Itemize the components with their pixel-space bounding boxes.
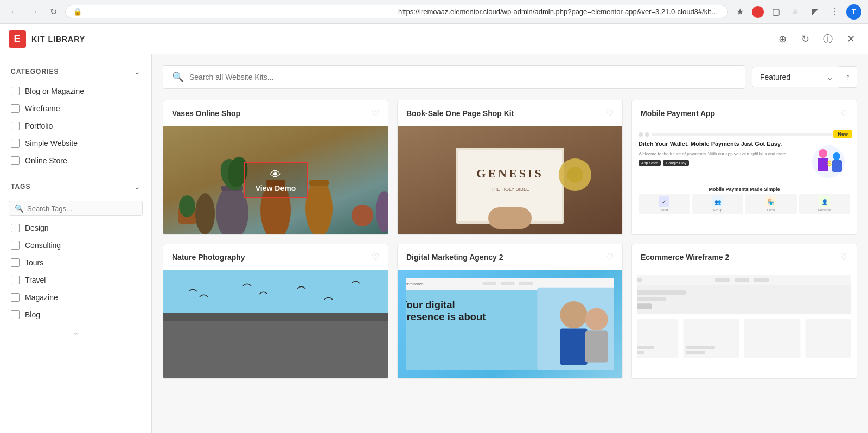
label-online-store: Online Store bbox=[25, 156, 67, 165]
menu-button[interactable]: ⋮ bbox=[827, 4, 842, 20]
checkbox-portfolio[interactable] bbox=[11, 122, 20, 130]
checkbox-tours[interactable] bbox=[11, 258, 20, 267]
kit-card-image-vases: 👁 View Demo bbox=[163, 126, 388, 234]
kit-card-header-payment: Mobile Payment App ♡ bbox=[632, 100, 857, 126]
payment-section-label: Mobile Payments Made Simple bbox=[639, 187, 850, 192]
checkbox-wireframe[interactable] bbox=[11, 104, 20, 113]
tags-search-box[interactable]: 🔍 bbox=[9, 201, 143, 216]
favorite-icon-nature[interactable]: ♡ bbox=[372, 252, 379, 262]
search-input[interactable] bbox=[189, 73, 736, 81]
tags-search-input[interactable] bbox=[27, 205, 137, 213]
record-button[interactable] bbox=[752, 6, 764, 18]
search-container: 🔍 bbox=[163, 65, 745, 89]
view-demo-overlay[interactable]: 👁 View Demo bbox=[163, 126, 388, 234]
svg-rect-48 bbox=[735, 278, 749, 282]
eye-icon: 👁 bbox=[270, 168, 282, 182]
kit-card-title-vases: Vases Online Shop bbox=[172, 109, 240, 118]
ecommerce-bg bbox=[632, 270, 857, 378]
extensions-button[interactable]: ◽ bbox=[788, 4, 803, 20]
payment-headline: Ditch Your Wallet. Mobile Payments Just … bbox=[639, 140, 802, 148]
favorite-icon-digital[interactable]: ♡ bbox=[606, 252, 614, 262]
sidebar-item-online-store[interactable]: Online Store bbox=[0, 152, 151, 169]
favorite-icon-vases[interactable]: ♡ bbox=[372, 108, 379, 118]
sidebar-item-design[interactable]: Design bbox=[0, 219, 151, 237]
sort-select[interactable]: Featured Popular Newest Oldest bbox=[752, 67, 839, 87]
payment-illustration: $ bbox=[807, 140, 850, 183]
sidebar-item-portfolio[interactable]: Portfolio bbox=[0, 117, 151, 135]
checkbox-online-store[interactable] bbox=[11, 156, 20, 165]
svg-rect-47 bbox=[715, 278, 730, 282]
svg-point-23 bbox=[819, 149, 827, 158]
categories-section-header[interactable]: CATEGORIES ⌄ bbox=[0, 63, 151, 82]
svg-rect-61 bbox=[686, 351, 705, 354]
sidebar-item-consulting[interactable]: Consulting bbox=[0, 237, 151, 254]
label-magazine: Magazine bbox=[25, 293, 58, 302]
checkbox-consulting[interactable] bbox=[11, 241, 20, 250]
svg-rect-21 bbox=[488, 207, 532, 229]
sidebar-item-blog[interactable]: Blog bbox=[0, 306, 151, 323]
kit-card-nature[interactable]: Nature Photography ♡ bbox=[163, 244, 388, 379]
sidebar-item-blog-magazine[interactable]: Blog or Magazine bbox=[0, 82, 151, 100]
label-travel: Travel bbox=[25, 276, 46, 284]
payment-bg: New Ditch Your Wallet. Mobile Payments J… bbox=[632, 126, 857, 234]
kit-card-payment[interactable]: Mobile Payment App ♡ New bbox=[631, 100, 857, 235]
kit-card-image-payment: New Ditch Your Wallet. Mobile Payments J… bbox=[632, 126, 857, 234]
sidebar-item-travel[interactable]: Travel bbox=[0, 271, 151, 289]
favorite-icon-payment[interactable]: ♡ bbox=[840, 108, 848, 118]
sidebar-item-magazine[interactable]: Magazine bbox=[0, 289, 151, 306]
checkbox-blog-magazine[interactable] bbox=[11, 87, 20, 95]
svg-text:THE HOLY BIBLE: THE HOLY BIBLE bbox=[490, 187, 529, 192]
kit-card-header-digital: Digital Marketing Agency 2 ♡ bbox=[398, 244, 622, 270]
checkbox-simple-website[interactable] bbox=[11, 139, 20, 148]
screenshot-button[interactable]: ▢ bbox=[768, 4, 783, 20]
account-icon-button[interactable]: ⊕ bbox=[774, 30, 791, 48]
checkbox-travel[interactable] bbox=[11, 276, 20, 284]
label-portfolio: Portfolio bbox=[25, 122, 53, 130]
profile-button[interactable]: T bbox=[846, 4, 861, 20]
svg-rect-50 bbox=[637, 285, 851, 314]
url-bar[interactable]: 🔒 https://lremoaaz.elementor.cloud/wp-ad… bbox=[65, 5, 728, 18]
back-button[interactable]: ← bbox=[7, 4, 22, 20]
tags-section-header[interactable]: TAGS ⌄ bbox=[0, 178, 151, 198]
info-icon-button[interactable]: ⓘ bbox=[819, 30, 837, 48]
view-demo-box[interactable]: 👁 View Demo bbox=[244, 162, 308, 198]
kit-card-ecommerce[interactable]: Ecommerce Wireframe 2 ♡ bbox=[631, 244, 857, 379]
favorite-icon-ecommerce[interactable]: ♡ bbox=[840, 252, 848, 262]
forward-button[interactable]: → bbox=[26, 4, 41, 20]
sidebar-item-simple-website[interactable]: Simple Website bbox=[0, 135, 151, 152]
checkbox-magazine[interactable] bbox=[11, 293, 20, 302]
app-logo: E KIT LIBRARY bbox=[9, 30, 85, 48]
kit-card-title-ecommerce: Ecommerce Wireframe 2 bbox=[641, 253, 729, 262]
checkbox-design[interactable] bbox=[11, 224, 20, 232]
close-icon-button[interactable]: ✕ bbox=[842, 30, 859, 48]
sort-direction-button[interactable]: ↑ bbox=[839, 66, 857, 88]
payment-illustration-svg: $ bbox=[807, 140, 850, 183]
label-simple-website: Simple Website bbox=[25, 139, 78, 148]
tags-search-container: 🔍 bbox=[0, 198, 151, 219]
tags-search-icon: 🔍 bbox=[15, 204, 24, 213]
sidebar-item-tours[interactable]: Tours bbox=[0, 254, 151, 271]
digital-bg: CreateBoost Your digital presence is abo… bbox=[398, 270, 622, 378]
sort-select-wrapper: Featured Popular Newest Oldest ⌄ bbox=[752, 67, 839, 87]
kit-card-header-nature: Nature Photography ♡ bbox=[163, 244, 388, 270]
svg-rect-60 bbox=[686, 346, 715, 349]
reload-button[interactable]: ↻ bbox=[46, 4, 61, 20]
sidebar-item-wireframe[interactable]: Wireframe bbox=[0, 100, 151, 117]
checkbox-blog[interactable] bbox=[11, 310, 20, 319]
tab-button[interactable]: ◤ bbox=[807, 4, 822, 20]
search-sort-row: 🔍 Featured Popular Newest Oldest ⌄ ↑ bbox=[163, 65, 857, 89]
kit-card-image-books: GENESIS THE HOLY BIBLE bbox=[398, 126, 622, 234]
refresh-icon-button[interactable]: ↻ bbox=[796, 30, 814, 48]
elementor-logo-icon: E bbox=[9, 30, 26, 48]
kit-card-digital[interactable]: Digital Marketing Agency 2 ♡ CreateBoost bbox=[397, 244, 623, 379]
kit-card-vases[interactable]: Vases Online Shop ♡ bbox=[163, 100, 388, 235]
svg-point-40 bbox=[560, 301, 587, 328]
kit-card-books[interactable]: Book-Sale One Page Shop Kit ♡ bbox=[397, 100, 623, 235]
content-area: 🔍 Featured Popular Newest Oldest ⌄ ↑ bbox=[152, 54, 868, 433]
kit-card-title-books: Book-Sale One Page Shop Kit bbox=[406, 109, 514, 118]
label-tours: Tours bbox=[25, 258, 43, 267]
favorite-icon-books[interactable]: ♡ bbox=[606, 108, 614, 118]
svg-rect-53 bbox=[637, 303, 652, 309]
sort-container: Featured Popular Newest Oldest ⌄ ↑ bbox=[752, 66, 857, 88]
bookmark-button[interactable]: ★ bbox=[732, 4, 748, 20]
